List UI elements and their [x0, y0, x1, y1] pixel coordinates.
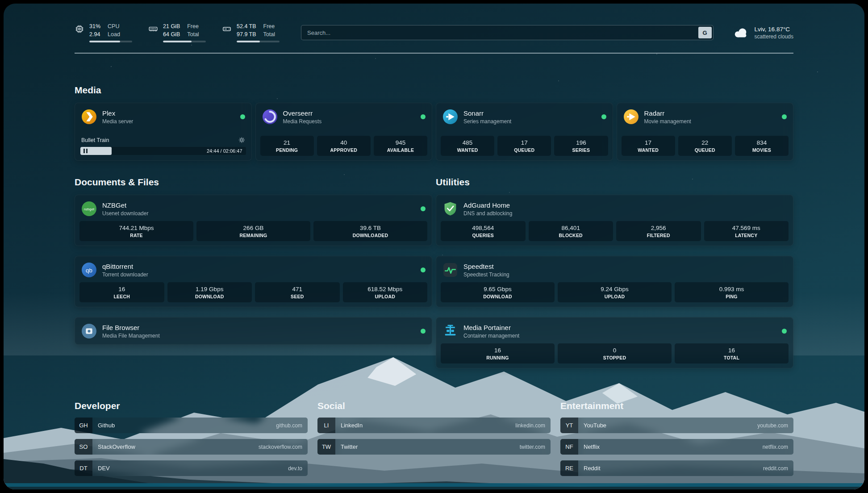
developer-heading: Developer — [75, 401, 308, 411]
service-card-radarr[interactable]: Radarr Movie management 17 WANTED 22 QUE… — [617, 103, 794, 161]
bookmark-name: DEV — [98, 465, 110, 472]
status-dot — [601, 114, 606, 119]
service-card-overseerr[interactable]: Overseerr Media Requests 21 PENDING 40 A… — [255, 103, 433, 161]
service-name: Overseerr — [283, 109, 322, 117]
stat-wanted: 485 WANTED — [441, 136, 494, 156]
entertainment-heading: Entertainment — [560, 401, 793, 411]
service-subtitle: Container management — [463, 333, 519, 339]
snow-specks — [4, 4, 4, 4]
stat-downloaded: 39.6 TB DOWNLOADED — [313, 221, 427, 241]
weather-condition: scattered clouds — [755, 33, 793, 40]
stat-total: 16 TOTAL — [675, 343, 789, 363]
ram-widget: 21 GiB 64 GiB Free Total — [148, 23, 206, 43]
bookmark-linkedin[interactable]: LI LinkedIn linkedin.com — [317, 418, 551, 433]
service-card-sonarr[interactable]: Sonarr Series management 485 WANTED 17 Q… — [436, 103, 613, 161]
portainer-icon — [442, 323, 458, 339]
stat-available: 945 AVAILABLE — [374, 136, 427, 156]
system-stats: 31% 2.94 CPU Load — [75, 23, 280, 43]
search-bar: G — [301, 25, 714, 40]
disk-widget: 52.4 TB 97.9 TB Free Total — [222, 23, 280, 43]
ram-icon — [148, 24, 158, 34]
bookmark-url: twitter.com — [520, 444, 545, 450]
cpu-icon — [75, 24, 84, 34]
stat-series: 196 SERIES — [554, 136, 608, 156]
service-card-portainer[interactable]: Media Portainer Container management 16 … — [436, 317, 793, 368]
service-card-plex[interactable]: Plex Media server Bullet Train — [75, 103, 252, 161]
stat-ping: 0.993 ms PING — [675, 282, 789, 302]
status-dot — [240, 114, 245, 119]
bookmark-abbr: GH — [75, 418, 92, 433]
settings-gear-icon[interactable] — [238, 137, 245, 143]
service-name: Plex — [102, 109, 133, 117]
ram-free: 21 GiB — [163, 23, 180, 30]
sonarr-icon — [442, 109, 458, 125]
bookmark-reddit[interactable]: RE Reddit reddit.com — [560, 460, 793, 476]
service-name: Media Portainer — [463, 324, 519, 331]
disk-total: 97.9 TB — [237, 31, 256, 38]
adguard-icon — [442, 201, 458, 217]
bookmark-name: Reddit — [584, 465, 601, 472]
svg-text:qb: qb — [86, 267, 92, 274]
topbar-divider — [75, 53, 793, 54]
playback-time: 24:44 / 02:06:47 — [207, 148, 242, 154]
ram-free-label: Free — [187, 23, 199, 30]
stat-pending: 21 PENDING — [260, 136, 314, 156]
stat-leech: 16 LEECH — [79, 282, 164, 302]
service-name: File Browser — [102, 324, 160, 331]
cpu-percent: 31% — [89, 23, 100, 30]
stat-queries: 498,564 QUERIES — [441, 221, 526, 241]
bookmark-dev[interactable]: DT DEV dev.to — [75, 460, 308, 476]
stat-download: 1.19 Gbps DOWNLOAD — [167, 282, 252, 302]
cpu-usage-bar — [89, 41, 132, 42]
bookmark-twitter[interactable]: TW Twitter twitter.com — [317, 439, 551, 455]
service-card-adguard[interactable]: AdGuard Home DNS and adblocking 498,564 … — [436, 195, 793, 246]
disk-usage-bar — [237, 41, 280, 42]
bookmark-netflix[interactable]: NF Netflix netflix.com — [560, 439, 793, 455]
search-input[interactable] — [303, 29, 698, 36]
service-name: Speedtest — [463, 263, 509, 270]
stat-upload: 9.24 Gbps UPLOAD — [558, 282, 672, 302]
plex-icon — [81, 109, 97, 125]
playback-progress-bar[interactable]: 24:44 / 02:06:47 — [80, 147, 246, 155]
bookmark-abbr: DT — [75, 460, 92, 476]
bookmark-youtube[interactable]: YT YouTube youtube.com — [560, 418, 793, 433]
service-name: qBittorrent — [102, 263, 148, 270]
status-dot — [421, 114, 426, 119]
service-card-filebrowser[interactable]: File Browser Media File Management — [75, 317, 432, 345]
section-utilities: Utilities — [436, 177, 793, 368]
media-heading: Media — [75, 85, 793, 96]
stat-wanted: 17 WANTED — [622, 136, 675, 156]
bookmark-abbr: TW — [317, 439, 335, 455]
service-subtitle: DNS and adblocking — [463, 210, 512, 217]
bookmark-url: reddit.com — [763, 465, 788, 472]
service-card-speedtest[interactable]: Speedtest Speedtest Tracking 9.65 Gbps D… — [436, 256, 793, 307]
service-subtitle: Media File Management — [102, 333, 160, 339]
service-card-nzbget[interactable]: nzbget NZBGet Usenet downloader 74 — [75, 195, 432, 246]
bookmark-abbr: SO — [75, 439, 92, 455]
bookmark-group-developer: Developer GH Github github.com SO StackO… — [75, 401, 308, 476]
bookmark-url: stackoverflow.com — [259, 444, 302, 450]
bookmark-url: dev.to — [288, 465, 302, 472]
cpu-widget: 31% 2.94 CPU Load — [75, 23, 132, 43]
service-name: Radarr — [644, 109, 691, 117]
service-card-qbittorrent[interactable]: qb qBittorrent Torrent downloader — [75, 256, 432, 307]
cpu-label: CPU — [108, 23, 120, 30]
qbittorrent-icon: qb — [81, 262, 97, 278]
service-name: Sonarr — [463, 109, 511, 117]
radarr-icon — [623, 109, 639, 125]
disk-free: 52.4 TB — [237, 23, 256, 30]
stat-upload: 618.52 Mbps UPLOAD — [343, 282, 428, 302]
pause-icon[interactable] — [83, 149, 88, 153]
bookmark-github[interactable]: GH Github github.com — [75, 418, 308, 433]
service-subtitle: Speedtest Tracking — [463, 272, 509, 278]
search-provider-button[interactable]: G — [698, 27, 712, 38]
stat-running: 16 RUNNING — [441, 343, 555, 363]
stat-movies: 834 MOVIES — [735, 136, 789, 156]
nzbget-icon: nzbget — [81, 201, 97, 217]
disk-icon — [222, 24, 232, 34]
utilities-heading: Utilities — [436, 177, 793, 188]
stat-stopped: 0 STOPPED — [558, 343, 672, 363]
status-dot — [782, 329, 787, 334]
bookmark-stackoverflow[interactable]: SO StackOverflow stackoverflow.com — [75, 439, 308, 455]
status-dot — [421, 267, 426, 272]
